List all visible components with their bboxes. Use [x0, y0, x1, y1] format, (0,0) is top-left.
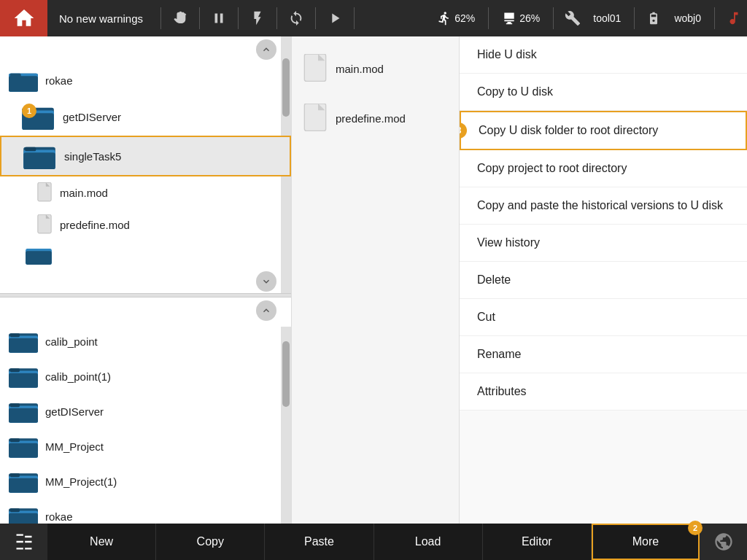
folder-mm-project-1[interactable]: MM_Project(1) — [0, 464, 291, 499]
folder-mm-project[interactable]: MM_Project — [0, 429, 291, 464]
svg-rect-15 — [26, 251, 52, 265]
context-menu-panel: Hide U disk Copy to U disk 3 Copy U disk… — [460, 36, 747, 560]
folder-singleTask5-label: singleTask5 — [64, 150, 121, 163]
more-badge: 2 — [688, 521, 703, 535]
wobj-icon[interactable] — [640, 0, 667, 36]
svg-rect-26 — [9, 408, 38, 423]
hand-icon[interactable] — [167, 0, 193, 36]
folder-mm1-label: MM_Project(1) — [45, 475, 117, 488]
file-list: rokae 1 getDIServer — [0, 36, 291, 560]
menu-rename[interactable]: Rename — [460, 336, 747, 373]
folder-calib-point[interactable]: calib_point — [0, 324, 291, 359]
folder-badge-1: 1 — [22, 104, 36, 118]
svg-rect-27 — [10, 403, 20, 407]
folder-calib1-icon — [9, 365, 38, 388]
toolbar-globe-icon[interactable] — [700, 524, 747, 560]
scroll-down-top-btn[interactable] — [256, 271, 276, 292]
folder-rokae-icon — [9, 69, 38, 92]
toolbar-panels-icon[interactable] — [0, 524, 47, 560]
bolt-icon[interactable] — [244, 0, 271, 36]
menu-copy-historical[interactable]: Copy and paste the historical versions t… — [460, 187, 747, 225]
file-predefine-icon — [36, 214, 53, 235]
more-button-wrap: 2 More — [592, 524, 700, 560]
pause-icon[interactable] — [206, 0, 232, 36]
svg-rect-35 — [10, 473, 20, 477]
menu-delete[interactable]: Delete — [460, 262, 747, 299]
divider10 — [714, 7, 715, 29]
bottom-toolbar: New Copy Paste Load Editor 2 More — [0, 524, 747, 560]
file-predefine-mod[interactable]: predefine.mod — [0, 209, 291, 241]
mid-file-main[interactable]: main.mod — [292, 44, 459, 93]
menu-copy-project-root[interactable]: Copy project to root directory — [460, 150, 747, 187]
svg-rect-11 — [25, 147, 36, 152]
folder-calib1-label: calib_point(1) — [45, 370, 111, 383]
mid-file-predefine[interactable]: predefine.mod — [292, 93, 459, 143]
divider8 — [553, 7, 554, 29]
divider9 — [634, 7, 635, 29]
menu-cut[interactable]: Cut — [460, 299, 747, 336]
menu-copy-udisk-folder[interactable]: 3 Copy U disk folder to root directory — [460, 111, 747, 150]
folder-calib-point-1[interactable]: calib_point(1) — [0, 359, 291, 394]
mid-file-main-icon — [303, 54, 327, 83]
menu-view-history[interactable]: View history — [460, 225, 747, 262]
folder-partial-icon — [22, 246, 55, 267]
folder-mm-icon — [9, 435, 38, 458]
menu-hide-udisk[interactable]: Hide U disk — [460, 36, 747, 74]
music-icon[interactable] — [721, 0, 747, 36]
folder-rokae-label: rokae — [45, 74, 73, 87]
arrow-icon[interactable] — [322, 0, 348, 36]
file-main-mod[interactable]: main.mod — [0, 176, 291, 209]
svg-rect-18 — [9, 338, 38, 353]
svg-rect-41 — [304, 104, 325, 131]
left-panel: rokae 1 getDIServer — [0, 36, 292, 560]
wobj-label: wobj0 — [667, 12, 708, 24]
svg-rect-39 — [10, 508, 20, 512]
folder-singleTask5[interactable]: singleTask5 — [0, 136, 291, 176]
svg-rect-40 — [304, 54, 325, 81]
folder-getDIServer-2[interactable]: getDIServer — [0, 394, 291, 429]
tools-icon[interactable] — [560, 0, 586, 36]
copy-button[interactable]: Copy — [156, 524, 265, 560]
menu-copy-udisk-folder-label: Copy U disk folder to root directory — [479, 124, 658, 136]
tool-label: tool01 — [586, 12, 628, 24]
cpu-value: 62% — [454, 12, 475, 24]
scroll-up-btn[interactable] — [256, 39, 276, 60]
menu-attributes[interactable]: Attributes — [460, 373, 747, 411]
editor-button[interactable]: Editor — [483, 524, 592, 560]
svg-rect-12 — [38, 182, 51, 201]
topbar: No new warnings 62% 26% tool01 w — [0, 0, 747, 36]
svg-rect-23 — [10, 368, 20, 372]
divider4 — [276, 7, 277, 29]
folder-getDIServer-label: getDIServer — [63, 111, 121, 123]
menu-copy-to-udisk[interactable]: Copy to U disk — [460, 74, 747, 111]
folder-calib-icon — [9, 330, 38, 353]
folder-rokae[interactable]: rokae — [0, 63, 291, 98]
svg-rect-3 — [10, 74, 21, 77]
context-badge-3: 3 — [460, 122, 467, 139]
mid-file-predefine-label: predefine.mod — [336, 112, 406, 125]
folder-getDIServer[interactable]: 1 getDIServer — [0, 98, 291, 136]
home-button[interactable] — [0, 0, 47, 36]
file-predefine-label: predefine.mod — [60, 219, 130, 231]
paste-button[interactable]: Paste — [265, 524, 374, 560]
svg-rect-34 — [9, 478, 38, 493]
more-button[interactable]: 2 More — [592, 524, 700, 560]
monitor-stat: 26% — [495, 11, 547, 26]
divider3 — [238, 7, 239, 29]
folder-getDIServer2-label: getDIServer — [45, 405, 104, 418]
folder-singleTask5-icon — [23, 143, 57, 169]
svg-rect-2 — [9, 76, 38, 92]
folder-calib-label: calib_point — [45, 335, 98, 348]
mid-panel: main.mod predefine.mod — [292, 36, 460, 560]
new-button[interactable]: New — [47, 524, 156, 560]
loop-icon[interactable] — [283, 0, 309, 36]
load-button[interactable]: Load — [374, 524, 483, 560]
svg-rect-22 — [9, 373, 38, 388]
scroll-up-bottom-btn[interactable] — [256, 300, 276, 321]
mid-file-main-label: main.mod — [336, 63, 384, 75]
divider1 — [160, 7, 161, 29]
file-main-icon — [36, 182, 53, 203]
more-label: More — [632, 535, 659, 548]
svg-rect-31 — [10, 438, 20, 442]
divider7 — [488, 7, 489, 29]
